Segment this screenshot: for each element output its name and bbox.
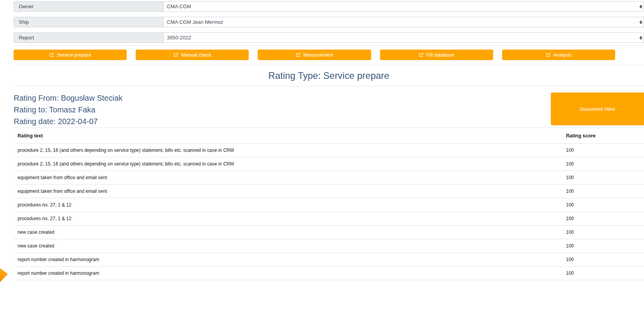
rating-score-cell: 100 [566, 267, 644, 280]
ship-select[interactable]: CMA CGM Jean Mermoz [164, 17, 644, 27]
ship-row: Ship CMA CGM Jean Mermoz [14, 17, 644, 27]
rating-score-cell: 100 [566, 226, 644, 239]
report-row: Report 3950-2022 [14, 32, 644, 43]
rating-to-text: Rating to: Tomasz Faka [14, 104, 644, 116]
rating-type-heading: Rating Type: Service prepare [14, 70, 644, 81]
rating-text-cell: procedure 2, 15, 16 (and others dependin… [14, 144, 566, 157]
table-row: procedure 2, 15, 16 (and others dependin… [14, 157, 644, 171]
owner-row: Owner CMA CGM [14, 1, 644, 12]
ship-select-value: CMA CGM Jean Mermoz [167, 19, 223, 25]
rating-score-cell: 100 [566, 157, 644, 171]
rating-text-cell: equipment taken from office and email se… [14, 171, 566, 185]
table-row: procedures no. 27, 1 & 12 100 [14, 198, 644, 212]
rating-score-cell: 100 [566, 198, 644, 212]
table-row: equipment taken from office and email se… [14, 185, 644, 198]
table-row: equipment taken from office and email se… [14, 171, 644, 185]
rating-text-cell: procedure 2, 15, 16 (and others dependin… [14, 157, 566, 171]
analysis-label: Analysis [554, 52, 572, 58]
owner-label: Owner [14, 1, 164, 12]
edit-icon [173, 52, 179, 57]
rating-from-text: Rating From: Bogusław Steciak [14, 92, 644, 104]
rating-text-cell: report number created in harmonogram [14, 253, 566, 267]
fill-database-label: Fill database [426, 52, 454, 58]
rating-text-cell: procedures no. 27, 1 & 12 [14, 198, 566, 212]
table-row: report number created in harmonogram 100 [14, 267, 644, 280]
divider [14, 45, 644, 46]
owner-select[interactable]: CMA CGM [164, 1, 644, 12]
table-row: procedure 2, 15, 16 (and others dependin… [14, 144, 644, 157]
edit-icon [419, 52, 424, 57]
divider [14, 65, 644, 65]
divider [14, 86, 644, 86]
analysis-button[interactable]: Analysis [502, 50, 615, 60]
table-header-row: Rating text Rating score [14, 128, 644, 144]
service-prepare-button[interactable]: Service prepare [14, 50, 127, 60]
manual-check-label: Manual check [181, 52, 211, 58]
table-row: new case created 100 [14, 226, 644, 239]
report-select[interactable]: 3950-2022 [164, 32, 644, 43]
rating-score-cell: 100 [566, 212, 644, 226]
rating-score-cell: 100 [566, 171, 644, 185]
table-row: new case created 100 [14, 239, 644, 253]
owner-select-value: CMA CGM [167, 4, 191, 9]
rating-score-header: Rating score [566, 128, 644, 144]
rating-text-header: Rating text [14, 128, 566, 144]
ratings-table: Rating text Rating score procedure 2, 15… [14, 128, 644, 280]
report-label: Report [14, 32, 164, 43]
rating-date-text: Rating date: 2022-04-07 [14, 116, 644, 127]
rating-text-cell: new case created [14, 239, 566, 253]
rating-score-cell: 100 [566, 239, 644, 253]
edit-icon [49, 52, 54, 57]
select-spinner-icon [639, 36, 642, 39]
manual-check-button[interactable]: Manual check [136, 50, 249, 60]
ship-label: Ship [14, 17, 164, 27]
rating-text-cell: procedures no. 27, 1 & 12 [14, 212, 566, 226]
select-spinner-icon [639, 5, 642, 8]
table-row: procedures no. 27, 1 & 12 100 [14, 212, 644, 226]
rating-score-cell: 100 [566, 253, 644, 267]
rating-score-cell: 100 [566, 185, 644, 198]
service-prepare-label: Service prepare [57, 52, 91, 58]
edit-icon [546, 52, 551, 57]
edit-icon [295, 52, 301, 57]
select-spinner-icon [639, 20, 642, 24]
document-html-button[interactable]: Document Html [551, 93, 644, 125]
rating-toolbar: Service prepare Manual check Measurement… [14, 50, 644, 60]
rating-text-cell: equipment taken from office and email se… [14, 185, 566, 198]
measurement-button[interactable]: Measurement [258, 50, 371, 60]
report-select-value: 3950-2022 [167, 35, 191, 41]
fill-database-button[interactable]: Fill database [380, 50, 493, 60]
rating-info-section: Rating From: Bogusław Steciak Rating to:… [14, 92, 644, 128]
rating-text-cell: report number created in harmonogram [14, 267, 566, 280]
rating-score-cell: 100 [566, 144, 644, 157]
table-row: report number created in harmonogram 100 [14, 253, 644, 267]
rating-text-cell: new case created [14, 226, 566, 239]
rating-page: Owner CMA CGM Ship CMA CGM Jean Mermoz R… [0, 0, 644, 280]
measurement-label: Measurement [303, 52, 333, 58]
